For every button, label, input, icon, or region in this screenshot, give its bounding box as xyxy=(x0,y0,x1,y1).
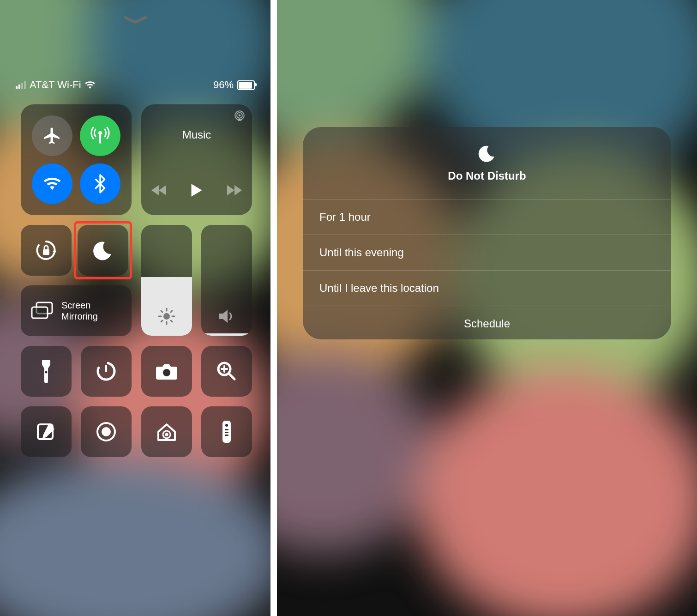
cellular-data-toggle[interactable] xyxy=(80,115,120,156)
screen-record-button[interactable] xyxy=(81,406,132,457)
home-button[interactable] xyxy=(141,406,192,457)
volume-slider[interactable] xyxy=(201,225,252,336)
control-center-screen: AT&T Wi-Fi 96% xyxy=(0,0,270,616)
wifi-icon xyxy=(42,175,62,192)
screen-mirroring-icon xyxy=(31,302,53,320)
svg-rect-20 xyxy=(225,432,228,433)
media-panel[interactable]: Music xyxy=(141,104,252,215)
screen-mirroring-label-2: Mirroring xyxy=(61,311,98,322)
status-right: 96% xyxy=(213,79,255,91)
airplay-icon[interactable] xyxy=(234,110,246,122)
dnd-schedule-label: Schedule xyxy=(464,317,510,330)
svg-point-18 xyxy=(225,424,228,427)
remote-button[interactable] xyxy=(201,406,252,457)
dnd-highlight-frame xyxy=(74,221,132,279)
rewind-button[interactable] xyxy=(150,184,167,196)
forward-button[interactable] xyxy=(226,184,243,196)
screenshot-pair: AT&T Wi-Fi 96% xyxy=(0,0,697,616)
dnd-option-1hour[interactable]: For 1 hour xyxy=(303,199,671,235)
rotation-lock-icon xyxy=(34,238,59,263)
svg-rect-21 xyxy=(225,435,228,436)
bluetooth-toggle[interactable] xyxy=(80,163,120,204)
magnifier-button[interactable] xyxy=(201,346,252,397)
svg-rect-19 xyxy=(225,429,228,430)
speaker-icon xyxy=(201,308,252,325)
battery-fill xyxy=(239,82,252,89)
play-button[interactable] xyxy=(190,183,203,198)
cellular-signal-icon xyxy=(16,81,26,89)
svg-point-10 xyxy=(163,369,170,376)
rotation-lock-toggle[interactable] xyxy=(21,225,72,276)
dnd-option-location[interactable]: Until I leave this location xyxy=(303,271,671,306)
dnd-card-title: Do Not Disturb xyxy=(448,169,526,182)
camera-icon xyxy=(155,362,178,380)
notes-icon xyxy=(36,422,56,442)
media-title: Music xyxy=(141,128,252,141)
wifi-toggle[interactable] xyxy=(32,163,72,204)
status-left: AT&T Wi-Fi xyxy=(16,79,96,91)
brightness-icon xyxy=(141,307,192,326)
home-icon xyxy=(156,422,178,442)
svg-point-5 xyxy=(163,313,170,320)
dnd-options-card: Do Not Disturb For 1 hour Until this eve… xyxy=(303,127,671,339)
antenna-icon xyxy=(90,125,111,146)
record-icon xyxy=(95,421,117,443)
dnd-option-label: For 1 hour xyxy=(319,211,371,223)
svg-point-14 xyxy=(102,427,111,436)
airplane-icon xyxy=(42,126,62,145)
svg-rect-4 xyxy=(43,249,49,255)
dnd-option-label: Until I leave this location xyxy=(319,282,439,295)
magnifier-icon xyxy=(216,361,237,382)
status-bar: AT&T Wi-Fi 96% xyxy=(0,79,270,91)
dnd-schedule-button[interactable]: Schedule xyxy=(303,306,671,341)
screen-mirroring-label-1: Screen xyxy=(61,300,98,311)
camera-button[interactable] xyxy=(141,346,192,397)
brightness-fill xyxy=(141,277,192,336)
notes-button[interactable] xyxy=(21,406,72,457)
timer-button[interactable] xyxy=(81,346,132,397)
svg-point-16 xyxy=(165,433,168,436)
close-chevron-icon[interactable] xyxy=(0,16,270,25)
screen-mirroring-button[interactable]: Screen Mirroring xyxy=(21,285,132,336)
battery-icon xyxy=(237,80,255,90)
wifi-icon xyxy=(84,80,96,90)
svg-point-8 xyxy=(45,371,48,374)
flashlight-button[interactable] xyxy=(21,346,72,397)
connectivity-panel[interactable] xyxy=(21,104,132,215)
moon-icon xyxy=(477,144,497,163)
flashlight-icon xyxy=(40,359,52,383)
dnd-menu-screen: Do Not Disturb For 1 hour Until this eve… xyxy=(277,0,697,616)
svg-point-3 xyxy=(239,115,241,117)
bluetooth-icon xyxy=(95,174,106,193)
svg-rect-7 xyxy=(32,307,48,318)
volume-fill xyxy=(201,333,252,336)
separator xyxy=(270,0,277,616)
timer-icon xyxy=(95,360,117,382)
brightness-slider[interactable] xyxy=(141,225,192,336)
battery-percent: 96% xyxy=(213,79,234,91)
dnd-option-evening[interactable]: Until this evening xyxy=(303,235,671,271)
dnd-card-header: Do Not Disturb xyxy=(303,127,671,199)
dnd-option-label: Until this evening xyxy=(319,246,404,259)
remote-icon xyxy=(222,420,232,444)
airplane-mode-toggle[interactable] xyxy=(32,115,72,156)
carrier-label: AT&T Wi-Fi xyxy=(30,79,81,91)
